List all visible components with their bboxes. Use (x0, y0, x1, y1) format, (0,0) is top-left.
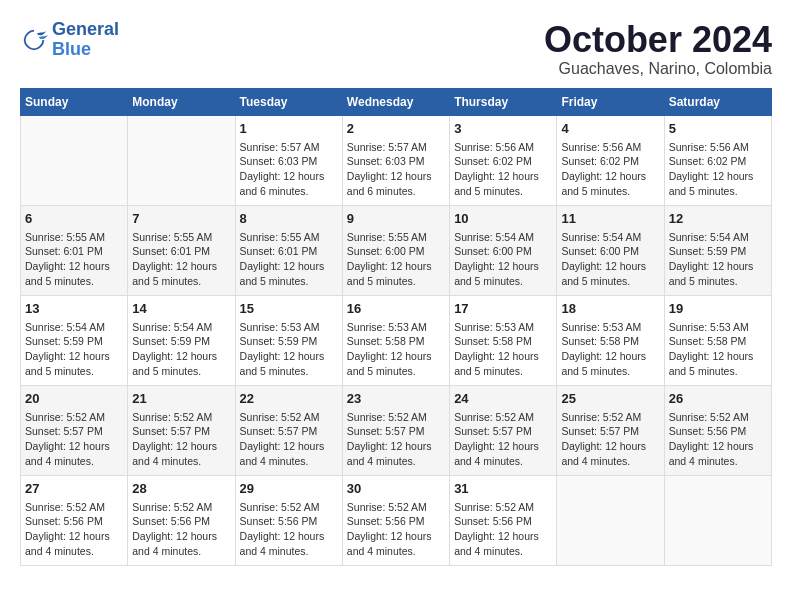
day-number: 17 (454, 300, 552, 318)
day-number: 4 (561, 120, 659, 138)
month-title: October 2024 (544, 20, 772, 60)
day-number: 30 (347, 480, 445, 498)
day-number: 5 (669, 120, 767, 138)
day-info: Sunrise: 5:53 AM Sunset: 5:58 PM Dayligh… (347, 320, 445, 379)
day-number: 25 (561, 390, 659, 408)
day-info: Sunrise: 5:52 AM Sunset: 5:57 PM Dayligh… (132, 410, 230, 469)
calendar-cell: 15Sunrise: 5:53 AM Sunset: 5:59 PM Dayli… (235, 295, 342, 385)
calendar-cell: 11Sunrise: 5:54 AM Sunset: 6:00 PM Dayli… (557, 205, 664, 295)
day-info: Sunrise: 5:54 AM Sunset: 6:00 PM Dayligh… (561, 230, 659, 289)
calendar-cell: 28Sunrise: 5:52 AM Sunset: 5:56 PM Dayli… (128, 475, 235, 565)
day-info: Sunrise: 5:52 AM Sunset: 5:57 PM Dayligh… (347, 410, 445, 469)
calendar-cell: 18Sunrise: 5:53 AM Sunset: 5:58 PM Dayli… (557, 295, 664, 385)
day-info: Sunrise: 5:52 AM Sunset: 5:57 PM Dayligh… (25, 410, 123, 469)
calendar-cell: 17Sunrise: 5:53 AM Sunset: 5:58 PM Dayli… (450, 295, 557, 385)
header-row: SundayMondayTuesdayWednesdayThursdayFrid… (21, 88, 772, 115)
day-info: Sunrise: 5:57 AM Sunset: 6:03 PM Dayligh… (347, 140, 445, 199)
calendar-cell: 7Sunrise: 5:55 AM Sunset: 6:01 PM Daylig… (128, 205, 235, 295)
calendar-cell (664, 475, 771, 565)
day-number: 23 (347, 390, 445, 408)
day-number: 11 (561, 210, 659, 228)
day-info: Sunrise: 5:54 AM Sunset: 5:59 PM Dayligh… (25, 320, 123, 379)
day-info: Sunrise: 5:53 AM Sunset: 5:58 PM Dayligh… (454, 320, 552, 379)
day-info: Sunrise: 5:55 AM Sunset: 6:00 PM Dayligh… (347, 230, 445, 289)
day-info: Sunrise: 5:56 AM Sunset: 6:02 PM Dayligh… (454, 140, 552, 199)
day-number: 26 (669, 390, 767, 408)
day-number: 28 (132, 480, 230, 498)
calendar-cell (21, 115, 128, 205)
calendar-cell: 21Sunrise: 5:52 AM Sunset: 5:57 PM Dayli… (128, 385, 235, 475)
day-number: 21 (132, 390, 230, 408)
day-info: Sunrise: 5:53 AM Sunset: 5:58 PM Dayligh… (669, 320, 767, 379)
day-info: Sunrise: 5:53 AM Sunset: 5:59 PM Dayligh… (240, 320, 338, 379)
calendar-header: SundayMondayTuesdayWednesdayThursdayFrid… (21, 88, 772, 115)
calendar-cell: 1Sunrise: 5:57 AM Sunset: 6:03 PM Daylig… (235, 115, 342, 205)
calendar-cell: 30Sunrise: 5:52 AM Sunset: 5:56 PM Dayli… (342, 475, 449, 565)
calendar-cell: 31Sunrise: 5:52 AM Sunset: 5:56 PM Dayli… (450, 475, 557, 565)
day-number: 14 (132, 300, 230, 318)
day-info: Sunrise: 5:55 AM Sunset: 6:01 PM Dayligh… (240, 230, 338, 289)
day-number: 29 (240, 480, 338, 498)
calendar-cell: 2Sunrise: 5:57 AM Sunset: 6:03 PM Daylig… (342, 115, 449, 205)
day-number: 2 (347, 120, 445, 138)
calendar-cell: 4Sunrise: 5:56 AM Sunset: 6:02 PM Daylig… (557, 115, 664, 205)
logo-text: GeneralBlue (52, 20, 119, 60)
calendar-cell: 5Sunrise: 5:56 AM Sunset: 6:02 PM Daylig… (664, 115, 771, 205)
day-number: 20 (25, 390, 123, 408)
day-number: 12 (669, 210, 767, 228)
calendar-cell: 22Sunrise: 5:52 AM Sunset: 5:57 PM Dayli… (235, 385, 342, 475)
calendar-cell: 23Sunrise: 5:52 AM Sunset: 5:57 PM Dayli… (342, 385, 449, 475)
calendar-cell (128, 115, 235, 205)
header-day-tuesday: Tuesday (235, 88, 342, 115)
calendar-cell: 16Sunrise: 5:53 AM Sunset: 5:58 PM Dayli… (342, 295, 449, 385)
calendar-cell: 10Sunrise: 5:54 AM Sunset: 6:00 PM Dayli… (450, 205, 557, 295)
day-info: Sunrise: 5:52 AM Sunset: 5:57 PM Dayligh… (240, 410, 338, 469)
week-row-4: 20Sunrise: 5:52 AM Sunset: 5:57 PM Dayli… (21, 385, 772, 475)
day-number: 31 (454, 480, 552, 498)
day-info: Sunrise: 5:52 AM Sunset: 5:57 PM Dayligh… (454, 410, 552, 469)
day-info: Sunrise: 5:52 AM Sunset: 5:57 PM Dayligh… (561, 410, 659, 469)
day-info: Sunrise: 5:55 AM Sunset: 6:01 PM Dayligh… (25, 230, 123, 289)
day-info: Sunrise: 5:52 AM Sunset: 5:56 PM Dayligh… (454, 500, 552, 559)
day-number: 3 (454, 120, 552, 138)
header-day-monday: Monday (128, 88, 235, 115)
calendar-body: 1Sunrise: 5:57 AM Sunset: 6:03 PM Daylig… (21, 115, 772, 565)
day-info: Sunrise: 5:54 AM Sunset: 6:00 PM Dayligh… (454, 230, 552, 289)
day-info: Sunrise: 5:52 AM Sunset: 5:56 PM Dayligh… (240, 500, 338, 559)
day-number: 27 (25, 480, 123, 498)
day-info: Sunrise: 5:54 AM Sunset: 5:59 PM Dayligh… (669, 230, 767, 289)
header-day-thursday: Thursday (450, 88, 557, 115)
week-row-3: 13Sunrise: 5:54 AM Sunset: 5:59 PM Dayli… (21, 295, 772, 385)
calendar-cell: 26Sunrise: 5:52 AM Sunset: 5:56 PM Dayli… (664, 385, 771, 475)
day-number: 22 (240, 390, 338, 408)
day-number: 8 (240, 210, 338, 228)
calendar-cell: 12Sunrise: 5:54 AM Sunset: 5:59 PM Dayli… (664, 205, 771, 295)
logo-icon (20, 26, 48, 54)
day-info: Sunrise: 5:56 AM Sunset: 6:02 PM Dayligh… (561, 140, 659, 199)
calendar-cell: 24Sunrise: 5:52 AM Sunset: 5:57 PM Dayli… (450, 385, 557, 475)
day-number: 6 (25, 210, 123, 228)
day-info: Sunrise: 5:52 AM Sunset: 5:56 PM Dayligh… (25, 500, 123, 559)
header-day-saturday: Saturday (664, 88, 771, 115)
day-info: Sunrise: 5:55 AM Sunset: 6:01 PM Dayligh… (132, 230, 230, 289)
calendar-cell: 8Sunrise: 5:55 AM Sunset: 6:01 PM Daylig… (235, 205, 342, 295)
calendar-table: SundayMondayTuesdayWednesdayThursdayFrid… (20, 88, 772, 566)
title-block: October 2024 Guachaves, Narino, Colombia (544, 20, 772, 78)
day-number: 9 (347, 210, 445, 228)
day-number: 19 (669, 300, 767, 318)
day-number: 24 (454, 390, 552, 408)
header-day-friday: Friday (557, 88, 664, 115)
calendar-cell: 14Sunrise: 5:54 AM Sunset: 5:59 PM Dayli… (128, 295, 235, 385)
calendar-cell: 9Sunrise: 5:55 AM Sunset: 6:00 PM Daylig… (342, 205, 449, 295)
day-number: 13 (25, 300, 123, 318)
header-day-wednesday: Wednesday (342, 88, 449, 115)
day-info: Sunrise: 5:53 AM Sunset: 5:58 PM Dayligh… (561, 320, 659, 379)
day-info: Sunrise: 5:54 AM Sunset: 5:59 PM Dayligh… (132, 320, 230, 379)
calendar-cell: 3Sunrise: 5:56 AM Sunset: 6:02 PM Daylig… (450, 115, 557, 205)
day-info: Sunrise: 5:52 AM Sunset: 5:56 PM Dayligh… (669, 410, 767, 469)
day-number: 7 (132, 210, 230, 228)
day-number: 15 (240, 300, 338, 318)
calendar-cell (557, 475, 664, 565)
calendar-cell: 20Sunrise: 5:52 AM Sunset: 5:57 PM Dayli… (21, 385, 128, 475)
day-info: Sunrise: 5:52 AM Sunset: 5:56 PM Dayligh… (347, 500, 445, 559)
